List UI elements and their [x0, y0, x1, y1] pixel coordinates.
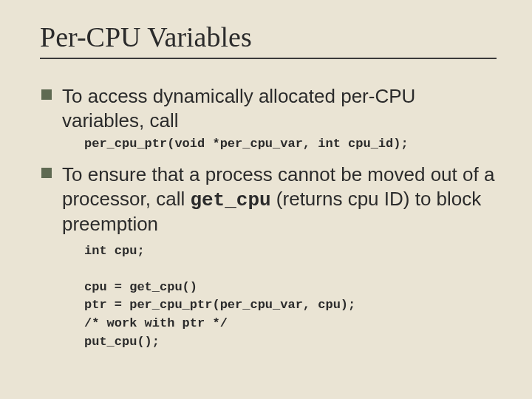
square-bullet-icon: [41, 89, 52, 100]
code-line: per_cpu_ptr(void *per_cpu_var, int cpu_i…: [84, 137, 497, 151]
inline-code: get_cpu: [190, 189, 270, 211]
title-underline: [40, 58, 497, 59]
bullet-list: To access dynamically allocated per-CPU …: [40, 84, 497, 351]
slide-title: Per-CPU Variables: [40, 21, 497, 53]
code-block: int cpu; cpu = get_cpu() ptr = per_cpu_p…: [84, 242, 497, 352]
bullet-item: To access dynamically allocated per-CPU …: [40, 84, 497, 151]
bullet-item: To ensure that a process cannot be moved…: [40, 163, 497, 351]
bullet-text: To ensure that a process cannot be moved…: [62, 163, 497, 236]
bullet-text: To access dynamically allocated per-CPU …: [62, 84, 497, 132]
square-bullet-icon: [41, 168, 52, 178]
slide: Per-CPU Variables To access dynamically …: [0, 0, 532, 399]
